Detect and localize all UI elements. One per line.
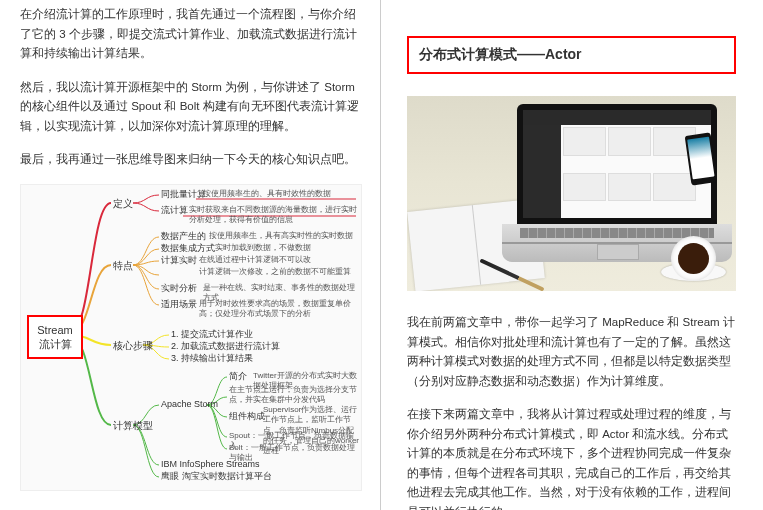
- b1-c5-note: 用于对时效性要求高的场景，数据重复单价高；仅处理分布式场景下的分析: [199, 299, 359, 320]
- hero-photo: [407, 96, 736, 291]
- root-cn: 流计算: [33, 337, 77, 351]
- b1-c2-note: 在线通过程中计算逻辑不可以改: [199, 255, 311, 265]
- root-en: Stream: [33, 323, 77, 337]
- b1-c0: 数据产生的: [161, 231, 206, 243]
- branch-3: 计算模型: [113, 419, 153, 432]
- right-para-1: 我在前两篇文章中，带你一起学习了 MapReduce 和 Stream 计算模式…: [407, 313, 736, 391]
- b2-c1: 2. 加载流式数据进行流计算: [171, 341, 280, 353]
- section-title: 分布式计算模式——Actor: [407, 36, 736, 74]
- b2-c0: 1. 提交流式计算作业: [171, 329, 253, 341]
- b3-c0-s1-note: 在主节点上运行，负责为选择分支节点，并实在集群中分发代码: [229, 385, 359, 406]
- b1-c3-note: 计算逻辑一次修改，之前的数据不可能重算: [199, 267, 351, 277]
- b0-c1-note: 实时获取来自不同数据源的海量数据，进行实时分析处理，获得有价值的信息: [189, 205, 357, 226]
- b3-c1: IBM InfoSphere Streams: [161, 459, 260, 471]
- left-para-1: 在介绍流计算的工作原理时，我首先通过一个流程图，与你介绍了它的 3 个步骤，即提…: [20, 5, 360, 64]
- coffee-cup: [661, 236, 726, 281]
- left-para-3: 最后，我再通过一张思维导图来归纳一下今天的核心知识点吧。: [20, 150, 360, 170]
- b3-c0-s2: 组件构成: [229, 411, 265, 423]
- b0-c0: 同批量计算: [161, 189, 206, 201]
- right-para-2: 在接下来两篇文章中，我将从计算过程或处理过程的维度，与你介绍另外两种分布式计算模…: [407, 405, 736, 510]
- branch-1: 特点: [113, 259, 133, 272]
- b1-c1: 数据集成方式: [161, 243, 215, 255]
- branch-2: 核心步骤: [113, 339, 153, 352]
- left-para-2: 然后，我以流计算开源框架中的 Storm 为例，与你讲述了 Storm 的核心组…: [20, 78, 360, 137]
- b3-c2: 鹰眼 淘宝实时数据计算平台: [161, 471, 272, 483]
- branch-0: 定义: [113, 197, 133, 210]
- b3-c0-s0: 简介: [229, 371, 247, 383]
- b1-c1-note: 实时加载到数据，不做数据: [215, 243, 311, 253]
- page-left: 在介绍流计算的工作原理时，我首先通过一个流程图，与你介绍了它的 3 个步骤，即提…: [0, 0, 381, 510]
- page-right: 分布式计算模式——Actor: [381, 0, 762, 510]
- b3-c0: Apache Storm: [161, 399, 218, 411]
- b0-c0-note: 按使用频率生的、具有时效性的数据: [203, 189, 331, 199]
- b1-c4: 实时分析: [161, 283, 197, 295]
- mindmap: Stream 流计算 定义 特点 核心步骤 计算模型 同批量计算 按使用频率生的…: [20, 184, 362, 491]
- b0-c1: 流计算: [161, 205, 188, 217]
- b1-c0-note: 按使用频率生，具有高实时性的实时数据: [209, 231, 353, 241]
- b1-c2: 计算实时: [161, 255, 197, 267]
- mindmap-root: Stream 流计算: [27, 315, 83, 360]
- b1-c5: 适用场景: [161, 299, 197, 311]
- b2-c2: 3. 持续输出计算结果: [171, 353, 253, 365]
